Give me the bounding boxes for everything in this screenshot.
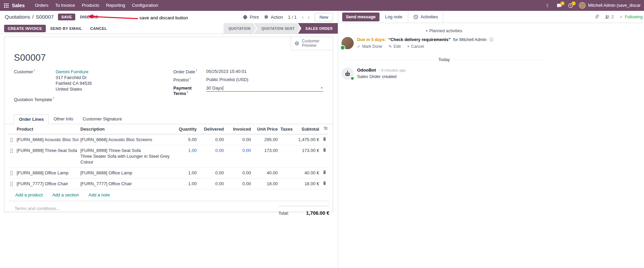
cancel-activity-button[interactable]: ×Cancel [407,44,424,49]
drag-handle-icon[interactable] [8,145,15,153]
cell-unit-price[interactable]: 18.00 [252,178,279,189]
save-button[interactable]: SAVE [58,14,75,20]
table-row[interactable]: [FURN_8999] Three-Seat Sofa [FURN_8999] … [8,145,329,168]
cell-quantity[interactable]: 1.00 [172,168,198,178]
user-name[interactable]: Mitchell Admin (save_discar [588,3,641,8]
col-taxes[interactable]: Taxes [279,124,295,134]
cell-unit-price[interactable]: 173.00 [252,145,279,156]
drag-handle-icon[interactable] [8,178,15,186]
order-date-value[interactable]: 05/25/2023 15:40:01 [206,69,247,74]
menu-products[interactable]: Products [78,0,102,11]
table-row[interactable]: [FURN_8888] Office Lamp [FURN_8888] Offi… [8,168,329,178]
menu-reporting[interactable]: Reporting [103,0,129,11]
dropdown-caret-icon[interactable]: ▾ [321,86,323,90]
dark-mode-moon-icon[interactable]: ☾ [543,3,554,8]
app-title[interactable]: Sales [12,3,25,8]
cell-quantity[interactable]: 1.00 [172,145,198,156]
cell-delivered[interactable]: 0.00 [198,134,225,145]
pager-prev-icon[interactable]: ‹ [302,14,304,20]
send-by-email-button[interactable]: SEND BY EMAIL [46,25,86,32]
menu-configuration[interactable]: Configuration [129,0,161,11]
cell-quantity[interactable]: 5.00 [172,134,198,145]
cell-description[interactable]: [FURN_8999] Three-Seat SofaThree Seater … [79,145,172,167]
cell-product[interactable]: [FURN_8999] Three-Seat Sofa [15,145,79,156]
col-description[interactable]: Description [79,124,172,134]
table-row[interactable]: [FURN_6666] Acoustic Bloc Screens [FURN_… [8,134,329,145]
delete-line-button[interactable] [320,134,329,143]
optional-columns-button[interactable] [320,124,329,132]
cell-delivered[interactable]: 0.00 [198,178,225,189]
tab-other-info[interactable]: Other Info [49,114,78,124]
followers-button[interactable]: 2 [605,15,614,19]
drag-handle-icon[interactable] [8,168,15,175]
cell-invoiced[interactable]: 0.00 [225,145,252,156]
step-quotation-sent[interactable]: QUOTATION SENT [254,23,300,34]
add-note-link[interactable]: Add a note [89,192,110,197]
apps-grid-icon[interactable] [4,3,8,8]
payment-terms-input[interactable]: 30 Days ▾ [206,85,323,92]
breadcrumb-quotations[interactable]: Quotations [5,14,30,20]
cell-taxes[interactable] [279,168,295,172]
cell-invoiced[interactable]: 0.00 [225,134,252,145]
customer-preview-button[interactable]: Customer Preview [291,37,333,50]
print-button[interactable]: Print [243,15,259,20]
cell-description[interactable]: [FURN_7777] Office Chair [79,178,172,189]
edit-activity-button[interactable]: ✎Edit [389,44,401,49]
cell-product[interactable]: [FURN_7777] Office Chair [15,178,79,189]
odoobot-avatar[interactable] [341,68,354,80]
mark-done-button[interactable]: ✓Mark Done [357,44,382,49]
action-button[interactable]: Action [264,15,283,20]
customer-link[interactable]: Gemini Furniture [56,69,89,74]
new-button[interactable]: New [315,13,333,21]
menu-to-invoice[interactable]: To Invoice [52,0,79,11]
delete-line-button[interactable] [320,168,329,177]
cancel-button[interactable]: CANCEL [86,25,111,32]
col-delivered[interactable]: Delivered [198,124,225,134]
cell-description[interactable]: [FURN_6666] Acoustic Bloc Screens [79,134,172,145]
activity-avatar[interactable] [341,37,354,49]
cell-delivered[interactable]: 0.00 [198,145,225,156]
step-sales-order[interactable]: SALES ORDER [298,23,338,34]
attachments-button[interactable] [594,14,599,19]
message-author[interactable]: OdooBot [357,68,376,73]
cell-taxes[interactable] [279,134,295,139]
cell-taxes[interactable] [279,145,295,150]
activities-clock-icon[interactable]: 2 [565,3,576,8]
user-avatar[interactable] [579,2,586,9]
activities-tab[interactable]: Activities [408,11,443,23]
cell-unit-price[interactable]: 40.00 [252,168,279,178]
create-invoice-button[interactable]: CREATE INVOICE [4,25,46,32]
cell-product[interactable]: [FURN_8888] Office Lamp [15,168,79,178]
col-invoiced[interactable]: Invoiced [225,124,252,134]
info-icon[interactable]: ⓘ [489,37,493,42]
add-product-link[interactable]: Add a product [15,192,43,197]
planned-activities-header[interactable]: ▾Planned activities [341,28,547,33]
menu-orders[interactable]: Orders [32,0,52,11]
tab-order-lines[interactable]: Order Lines [14,114,49,124]
cell-product[interactable]: [FURN_6666] Acoustic Bloc Screens [15,134,79,145]
col-unit-price[interactable]: Unit Price [252,124,279,134]
discard-button[interactable]: DISCARD [80,15,98,19]
col-quantity[interactable]: Quantity [172,124,198,134]
col-product[interactable]: Product [15,124,79,134]
delete-line-button[interactable] [320,145,329,154]
following-button[interactable]: ✓ Following [620,14,643,19]
add-section-link[interactable]: Add a section [52,192,79,197]
quotation-template-field[interactable]: Quotation Template? [14,97,173,102]
messages-icon[interactable]: 4 [553,3,565,8]
delete-line-button[interactable] [320,178,329,188]
tab-customer-signature[interactable]: Customer Signature [78,114,127,124]
cell-invoiced[interactable]: 0.00 [225,168,252,178]
cell-invoiced[interactable]: 0.00 [225,178,252,189]
cell-taxes[interactable] [279,178,295,183]
log-note-button[interactable]: Log note [385,14,403,19]
cell-delivered[interactable]: 0.00 [198,168,225,178]
cell-quantity[interactable]: 1.00 [172,178,198,189]
pager-next-icon[interactable]: › [308,14,310,20]
pricelist-value[interactable]: Public Pricelist (USD) [206,77,248,82]
send-message-button[interactable]: Send message [342,13,379,21]
table-row[interactable]: [FURN_7777] Office Chair [FURN_7777] Off… [8,178,329,189]
drag-handle-icon[interactable] [8,134,15,142]
col-subtotal[interactable]: Subtotal [295,124,320,134]
cell-description[interactable]: [FURN_8888] Office Lamp [79,168,172,178]
